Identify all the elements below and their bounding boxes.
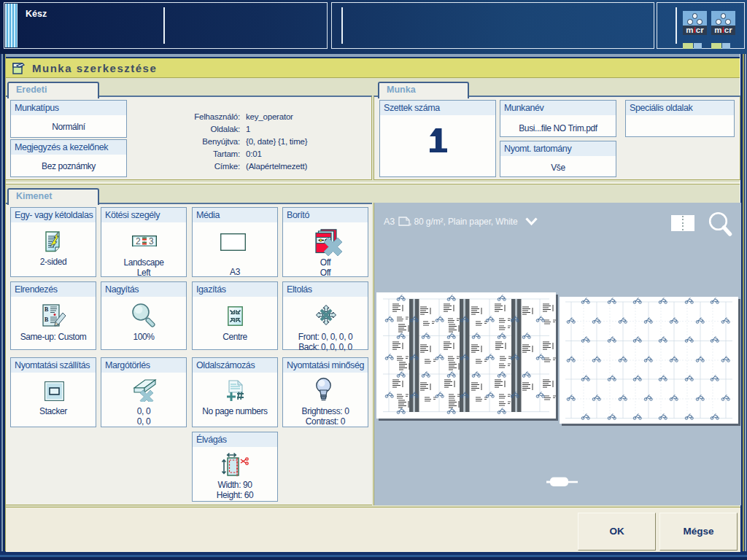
svg-text:3: 3 (149, 236, 154, 246)
svg-text:B: B (44, 316, 49, 323)
svg-text:B: B (44, 306, 49, 313)
svg-text:2: 2 (136, 236, 141, 246)
